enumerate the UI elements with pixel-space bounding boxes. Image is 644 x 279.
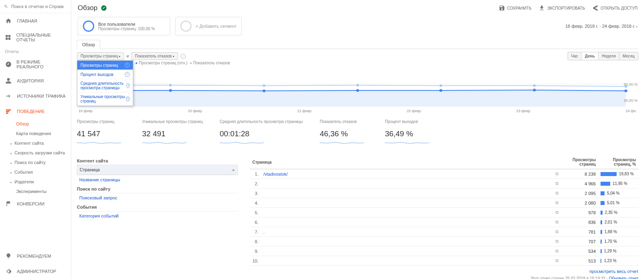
sidebar-item-discover[interactable]: РЕКОМЕНДУЕМ [0,248,71,264]
external-link-icon[interactable]: ⧉ [552,179,562,189]
external-link-icon[interactable]: ⧉ [552,169,562,179]
dropdown-option[interactable]: Просмотры страниц? [77,61,133,70]
scorecard[interactable]: Процент выходов36,49 % [385,119,433,148]
external-link-icon[interactable]: ⧉ [552,198,562,208]
scorecard[interactable]: Показатель отказов46,36 % [320,119,368,148]
dropdown-option[interactable]: Средняя длительность просмотра страницы? [77,79,133,92]
table-row[interactable]: 1./vladivostok/⧉8 23819,83 % [250,169,638,179]
gran-week[interactable]: Неделя [598,52,619,60]
row-page[interactable] [261,256,552,266]
sidebar-item-conversions[interactable]: КОНВЕРСИИ [0,196,71,211]
save-icon [499,5,505,11]
sidebar-search[interactable] [0,0,71,13]
row-views: 534 [562,246,598,256]
subnav-experiments[interactable]: Эксперименты [0,187,71,196]
dim-page[interactable]: Страница▸ [77,165,238,175]
remove-metric-button[interactable] [180,53,186,59]
table-row[interactable]: 5.⧉9782,35 % [250,208,638,217]
sparkline [77,139,121,146]
external-link-icon[interactable]: ⧉ [552,208,562,217]
and-label: и [124,54,131,58]
sidebar-item-audience[interactable]: АУДИТОРИЯ [0,73,71,88]
search-input[interactable] [11,4,67,9]
subnav-content[interactable]: Контент сайта [0,138,71,148]
help-icon[interactable]: ? [125,63,130,68]
row-views: 781 [562,227,598,237]
svg-point-7 [533,84,536,87]
gran-month[interactable]: Месяц [619,52,638,60]
sidebar-item-home[interactable]: ГЛАВНАЯ [0,13,71,29]
dropdown-option[interactable]: Процент выходов? [77,70,133,79]
segment-row: Все пользователиПросмотры страниц: 100,0… [71,14,644,39]
svg-point-5 [356,84,359,86]
external-link-icon[interactable]: ⧉ [552,246,562,256]
subnav-overview[interactable]: Обзор [0,119,71,129]
subnav-flow[interactable]: Карта поведения [0,129,71,138]
table-row[interactable]: 9.⧉5341,29 % [250,246,638,256]
row-page[interactable] [261,198,552,208]
table-row[interactable]: 8.⧉7071,70 % [250,237,638,246]
sidebar-item-realtime[interactable]: В РЕЖИМЕ РЕАЛЬНОГО [0,55,71,73]
table-row[interactable]: 6.⧉8362,01 % [250,217,638,227]
segment-all-users[interactable]: Все пользователиПросмотры страниц: 100,0… [78,17,170,35]
chart-area: ● Просмотры страниц (отн.) ● Показатель … [77,62,638,114]
dim-page-title[interactable]: Название страницы [77,175,238,184]
svg-point-10 [169,89,172,92]
scorecard[interactable]: Средняя длительность просмотра страницы0… [220,119,303,148]
dropdown-option[interactable]: Уникальные просмотры страниц? [77,92,133,106]
tab-overview[interactable]: Обзор [77,40,100,49]
scorecard[interactable]: Уникальные просмотры страниц32 491 [142,119,203,148]
sidebar-item-behavior[interactable]: ПОВЕДЕНИЕ [0,104,71,119]
row-page[interactable] [261,246,552,256]
main-content: Обзор СОХРАНИТЬ ЭКСПОРТИРОВАТЬ ОТКРЫТЬ Д… [71,0,644,279]
table-row[interactable]: 7..⧉7811,88 % [250,227,638,237]
sidebar-label: АДМИНИСТРАТОР [17,269,56,274]
sidebar-item-custom[interactable]: СПЕЦИАЛЬНЫЕ ОТЧЕТЫ [0,29,71,46]
export-button[interactable]: ЭКСПОРТИРОВАТЬ [539,5,585,11]
external-link-icon[interactable]: ⧉ [552,189,562,198]
row-page[interactable]: . [261,227,552,237]
table-row[interactable]: 3.⧉2 0955,04 % [250,189,638,198]
events-header: События [77,202,238,211]
external-link-icon[interactable]: ⧉ [552,256,562,266]
date-range-picker[interactable]: 18 февр. 2018 г. - 24 февр. 2018 г. [565,24,638,29]
sidebar-item-admin[interactable]: АДМИНИСТРАТОР [0,264,71,279]
metric-selector-secondary[interactable]: Показатель отказов [131,52,178,60]
row-page[interactable] [261,208,552,217]
table-row[interactable]: 2.⧉4 96611,95 % [250,179,638,189]
full-report-link[interactable]: просмотреть весь отчет [590,269,638,274]
table-row[interactable]: 10.⧉5131,23 % [250,256,638,266]
dim-event-cat[interactable]: Категория событий [77,211,238,220]
help-icon[interactable]: ? [125,72,130,77]
gran-hour[interactable]: Час [568,52,581,60]
row-page[interactable]: /vladivostok/ [261,169,552,179]
row-page[interactable] [261,217,552,227]
external-link-icon[interactable]: ⧉ [552,227,562,237]
external-link-icon[interactable]: ⧉ [552,217,562,227]
sidebar-item-acquisition[interactable]: ИСТОЧНИКИ ТРАФИКА [0,88,71,104]
external-link-icon[interactable]: ⧉ [552,237,562,246]
svg-point-14 [533,89,536,92]
help-icon[interactable]: ? [126,83,130,88]
subnav-publisher[interactable]: Издатели [0,177,71,187]
metric-selector-primary[interactable]: Просмотры страниц [77,52,124,60]
row-page[interactable] [261,189,552,198]
save-button[interactable]: СОХРАНИТЬ [499,5,532,11]
add-segment[interactable]: + Добавить сегмент [175,17,242,35]
subnav-search[interactable]: Поиск по сайту [0,158,71,167]
subnav-speed[interactable]: Скорость загрузки сайта [0,148,71,158]
refresh-link[interactable]: Обновить отчет [609,276,638,279]
row-views: 978 [562,208,598,217]
scorecard-label: Показатель отказов [320,119,368,128]
row-page[interactable] [261,237,552,246]
dim-search-term[interactable]: Поисковый запрос [77,193,238,202]
help-icon[interactable]: ? [126,96,130,101]
scorecard-label: Уникальные просмотры страниц [142,119,203,128]
gran-day[interactable]: День [581,52,598,60]
subnav-events[interactable]: События [0,167,71,177]
row-index: 1. [250,169,261,179]
table-row[interactable]: 4.⧉2 0805,01 % [250,198,638,208]
share-button[interactable]: ОТКРЫТЬ ДОСТУП [592,5,638,11]
row-page[interactable] [261,179,552,189]
scorecard[interactable]: Просмотры страниц41 547 [77,119,125,148]
